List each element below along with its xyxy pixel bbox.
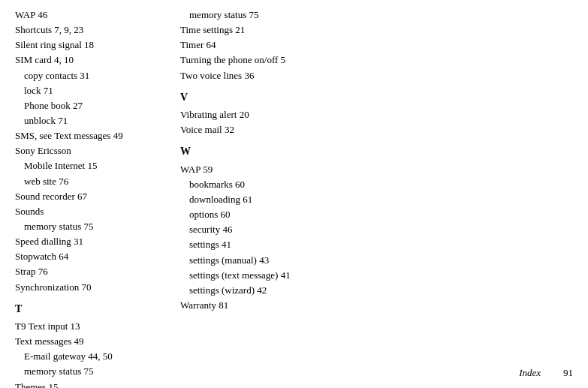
list-item: unblock 71 <box>15 113 158 128</box>
list-item: Voice mail 32 <box>180 122 573 137</box>
list-item: Shortcuts 7, 9, 23 <box>15 23 158 38</box>
list-item: copy contacts 31 <box>15 68 158 83</box>
list-item: settings (text message) 41 <box>180 268 573 283</box>
list-item: Warranty 81 <box>180 298 573 313</box>
list-item: Themes 15 <box>15 380 158 388</box>
list-item: downloading 61 <box>180 192 573 207</box>
list-item: T9 Text input 13 <box>15 319 158 334</box>
right-section-v: VVibrating alert 20Voice mail 32 <box>180 89 573 138</box>
right-section-w: WWAP 59bookmarks 60downloading 61options… <box>180 143 573 313</box>
list-item: settings (manual) 43 <box>180 253 573 268</box>
section-header: T <box>15 301 158 317</box>
list-item: memory status 75 <box>15 219 158 234</box>
list-item: SIM card 4, 10 <box>15 53 158 68</box>
list-item: security 46 <box>180 222 573 237</box>
list-item: Sounds <box>15 204 158 219</box>
list-item: WAP 59 <box>180 162 573 177</box>
right-column: memory status 75Time settings 21Timer 64… <box>165 8 573 380</box>
list-item: Phone book 27 <box>15 98 158 113</box>
list-item: memory status 75 <box>15 364 158 379</box>
right-top-entries: memory status 75Time settings 21Timer 64… <box>180 8 573 83</box>
list-item: E-mail gateway 44, 50 <box>15 349 158 364</box>
list-item: Speed dialling 31 <box>15 234 158 249</box>
list-item: Sound recorder 67 <box>15 189 158 204</box>
list-item: lock 71 <box>15 83 158 98</box>
list-item: WAP 46 <box>15 8 158 23</box>
list-item: Timer 64 <box>180 38 573 53</box>
list-item: Mobile Internet 15 <box>15 158 158 173</box>
left-top-entries: WAP 46Shortcuts 7, 9, 23Silent ring sign… <box>15 8 158 295</box>
left-column: WAP 46Shortcuts 7, 9, 23Silent ring sign… <box>15 8 165 380</box>
list-item: Silent ring signal 18 <box>15 38 158 53</box>
list-item: Vibrating alert 20 <box>180 107 573 122</box>
list-item: Time settings 21 <box>180 23 573 38</box>
left-section-t: TT9 Text input 13Text messages 49E-mail … <box>15 301 158 388</box>
footer: Index 91 <box>519 367 573 379</box>
list-item: SMS, see Text messages 49 <box>15 128 158 143</box>
footer-label: Index <box>519 367 541 379</box>
list-item: bookmarks 60 <box>180 177 573 192</box>
list-item: settings 41 <box>180 237 573 252</box>
list-item: Sony Ericsson <box>15 143 158 158</box>
list-item: Text messages 49 <box>15 334 158 349</box>
list-item: memory status 75 <box>180 8 573 23</box>
footer-page: 91 <box>563 367 573 379</box>
list-item: Strap 76 <box>15 264 158 279</box>
list-item: options 60 <box>180 207 573 222</box>
list-item: web site 76 <box>15 174 158 189</box>
list-item: settings (wizard) 42 <box>180 283 573 298</box>
section-header: W <box>180 143 573 160</box>
list-item: Two voice lines 36 <box>180 68 573 83</box>
list-item: Synchronization 70 <box>15 280 158 295</box>
section-header: V <box>180 89 573 106</box>
list-item: Stopwatch 64 <box>15 249 158 264</box>
page-content: WAP 46Shortcuts 7, 9, 23Silent ring sign… <box>0 0 588 388</box>
list-item: Turning the phone on/off 5 <box>180 53 573 68</box>
